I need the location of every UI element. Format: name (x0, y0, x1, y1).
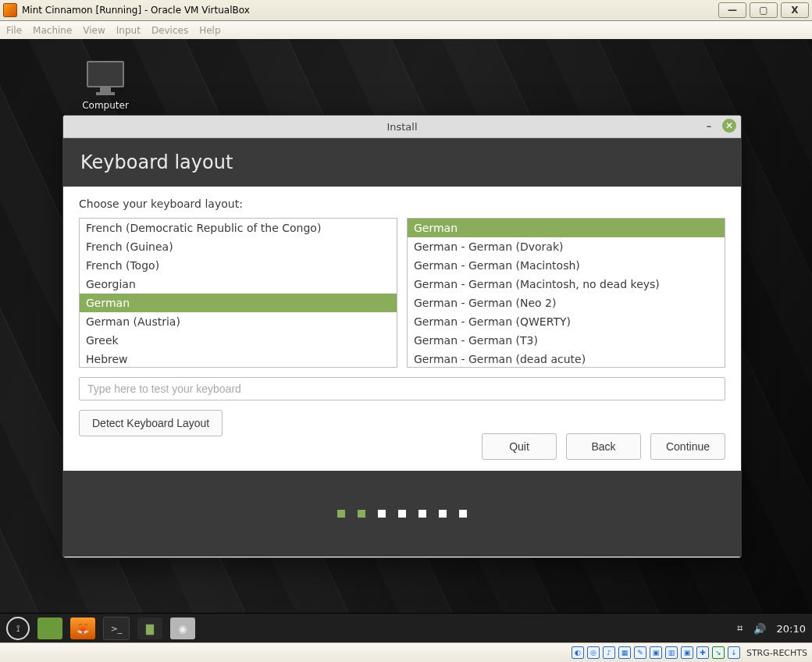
vb-menu-file[interactable]: File (6, 25, 22, 36)
desktop-icon-computer[interactable]: Computer (78, 61, 133, 111)
virtualbox-icon (3, 3, 17, 17)
installer-progress-dots (63, 471, 741, 557)
firefox-icon: 🦊 (77, 623, 89, 635)
clock[interactable]: 20:10 (777, 623, 806, 635)
vb-title: Mint Cinnamon [Running] - Oracle VM Virt… (22, 5, 250, 16)
usb-icon[interactable]: ✎ (634, 646, 646, 659)
language-row[interactable]: French (Togo) (80, 256, 397, 275)
disc-icon: ◉ (178, 623, 187, 635)
volume-icon[interactable]: 🔊 (753, 623, 766, 635)
mouse-integration-icon[interactable]: ↘ (712, 646, 725, 659)
progress-dot (439, 510, 447, 518)
close-icon: ✕ (725, 120, 733, 131)
variant-row[interactable]: German - German (Dvorak) (408, 237, 725, 256)
installer-window: Install – ✕ Keyboard layout Choose your … (62, 115, 742, 558)
progress-dot (418, 510, 426, 518)
firefox-launcher[interactable]: 🦊 (70, 618, 95, 639)
shared-folders-icon[interactable]: ▣ (650, 646, 662, 659)
installer-minimize-button[interactable]: – (702, 119, 716, 133)
vb-close-button[interactable]: X (781, 2, 809, 18)
vb-menubar: File Machine View Input Devices Help (0, 21, 812, 41)
variant-row[interactable]: German - German (Neo 2) (408, 294, 725, 312)
progress-dot (378, 510, 386, 518)
vb-statusbar: ◐ ◎ ♪ ▦ ✎ ▣ ▥ ▣ ✚ ↘ ↓ STRG-RECHTS (0, 642, 812, 662)
prompt-label: Choose your keyboard layout: (79, 198, 725, 210)
language-row[interactable]: French (Guinea) (80, 237, 397, 256)
panel: ⟟ 🦊 >_ ▇ ◉ ⌗ (0, 613, 812, 643)
language-row[interactable]: Greek (80, 331, 397, 350)
language-row[interactable]: Georgian (80, 275, 397, 294)
installer-window-title: Install (386, 121, 417, 133)
vb-titlebar: Mint Cinnamon [Running] - Oracle VM Virt… (0, 0, 812, 21)
variant-row[interactable]: German - German (QWERTY) (408, 312, 725, 331)
vb-menu-help[interactable]: Help (199, 25, 220, 36)
vb-menu-input[interactable]: Input (116, 25, 141, 36)
start-menu-button[interactable]: ⟟ (6, 617, 30, 640)
audio-icon[interactable]: ♪ (603, 646, 615, 659)
host-key-label: STRG-RECHTS (746, 648, 807, 658)
vb-menu-view[interactable]: View (83, 25, 105, 36)
terminal-icon: >_ (111, 624, 123, 634)
continue-button[interactable]: Continue (650, 433, 725, 460)
vb-menu-machine[interactable]: Machine (33, 25, 72, 36)
progress-dot (398, 510, 406, 518)
vb-maximize-button[interactable]: ▢ (750, 2, 778, 18)
variant-row[interactable]: German - German (T3) (408, 331, 725, 350)
files-launcher[interactable]: ▇ (137, 618, 162, 639)
monitor-icon (87, 61, 124, 87)
display-icon[interactable]: ▥ (665, 646, 678, 659)
variant-row[interactable]: German - German (Macintosh) (408, 256, 725, 275)
folder-icon: ▇ (146, 623, 154, 635)
terminal-launcher[interactable]: >_ (103, 617, 130, 640)
variant-row[interactable]: German (408, 219, 725, 237)
variant-row[interactable]: German - German (dead acute) (408, 350, 725, 368)
keyboard-test-input[interactable] (79, 377, 725, 400)
variant-row[interactable]: German - German (Macintosh, no dead keys… (408, 275, 725, 294)
installer-body: Choose your keyboard layout: French (Dem… (63, 187, 741, 471)
taskbar-item-install[interactable]: ◉ (170, 618, 195, 639)
vb-menu-devices[interactable]: Devices (151, 25, 188, 36)
language-row[interactable]: German (Austria) (80, 312, 397, 331)
quit-button[interactable]: Quit (482, 433, 557, 460)
network-adapter-icon[interactable]: ▦ (618, 646, 631, 659)
detect-keyboard-button[interactable]: Detect Keyboard Layout (79, 410, 223, 436)
language-row[interactable]: Hebrew (80, 350, 397, 368)
installer-header: Keyboard layout (63, 138, 741, 187)
language-row[interactable]: French (Democratic Republic of the Congo… (80, 219, 397, 237)
installer-titlebar[interactable]: Install – ✕ (63, 116, 741, 138)
vb-status-icons: ◐ ◎ ♪ ▦ ✎ ▣ ▥ ▣ ✚ ↘ ↓ (572, 646, 740, 659)
virtualbox-window: Mint Cinnamon [Running] - Oracle VM Virt… (0, 0, 812, 662)
layout-language-list[interactable]: French (Democratic Republic of the Congo… (79, 218, 397, 368)
installer-close-button[interactable]: ✕ (722, 119, 736, 133)
optical-drive-icon[interactable]: ◎ (587, 646, 600, 659)
network-icon[interactable]: ⌗ (737, 622, 743, 635)
desktop[interactable]: Computer Install – ✕ Keyboard layout (0, 39, 812, 643)
progress-dot (337, 510, 345, 518)
show-desktop-button[interactable] (37, 618, 62, 639)
keyboard-capture-icon[interactable]: ↓ (728, 646, 740, 659)
progress-dot (459, 510, 467, 518)
progress-dot (358, 510, 365, 518)
back-button[interactable]: Back (566, 433, 641, 460)
guest-display: Computer Install – ✕ Keyboard layout (0, 39, 812, 643)
page-title: Keyboard layout (80, 151, 233, 173)
hdd-activity-icon[interactable]: ◐ (572, 646, 584, 659)
recording-icon[interactable]: ▣ (681, 646, 693, 659)
desktop-icon-label: Computer (78, 100, 133, 111)
guest-additions-icon[interactable]: ✚ (696, 646, 709, 659)
vb-minimize-button[interactable]: — (718, 2, 746, 18)
language-row[interactable]: German (80, 294, 397, 312)
mint-logo-icon: ⟟ (16, 623, 20, 634)
layout-variant-list[interactable]: GermanGerman - German (Dvorak)German - G… (407, 218, 725, 368)
